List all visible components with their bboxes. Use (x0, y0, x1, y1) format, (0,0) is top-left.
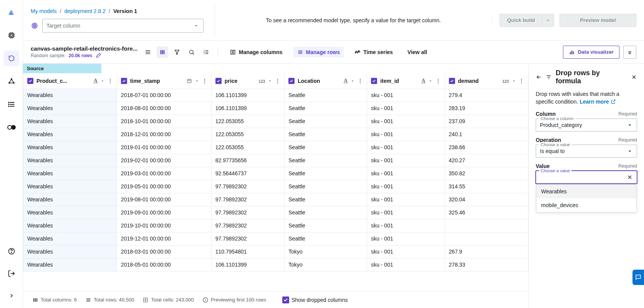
numbered-list-icon[interactable]: 123 (200, 46, 212, 58)
column-checkbox[interactable] (121, 78, 127, 84)
chat-icon[interactable] (632, 270, 644, 285)
column-select[interactable]: Choose a column Product_category (536, 119, 637, 132)
cell: 2018-10-01 00:00:00 (117, 115, 211, 128)
help-icon[interactable] (4, 244, 19, 259)
breadcrumb-models[interactable]: My models (31, 8, 57, 14)
cell: 122.053055 (211, 115, 284, 128)
back-icon[interactable] (536, 74, 542, 80)
svg-rect-36 (164, 50, 165, 54)
cell: sku - 001 (367, 219, 445, 232)
table-view-icon[interactable] (142, 46, 154, 58)
chevron-down-icon[interactable] (195, 79, 199, 83)
edit-icon[interactable] (95, 53, 101, 59)
svg-point-38 (190, 50, 193, 53)
breadcrumb: My models / deployment 2.8.2 / Version 1 (31, 8, 207, 14)
kebab-icon[interactable]: ⋮ (108, 78, 113, 84)
close-icon[interactable] (631, 74, 637, 80)
expand-icon[interactable] (4, 288, 19, 303)
chevron-down-icon[interactable] (101, 79, 104, 83)
logout-icon[interactable] (4, 266, 19, 281)
kebab-icon[interactable]: ⋮ (435, 78, 441, 84)
logo-icon[interactable] (4, 5, 19, 20)
column-checkbox[interactable] (288, 78, 295, 84)
drop-rows-panel: Drop rows by formula Drop rows with valu… (529, 64, 644, 308)
cell: 2019-03-01 00:00:00 (117, 167, 211, 180)
panel-description: Drop rows with values that match a speci… (536, 91, 637, 105)
column-header[interactable]: time_stamp⋮ (117, 73, 211, 89)
table-row: Wearables2018-12-01 00:00:00122.053055Se… (23, 128, 528, 141)
column-checkbox[interactable] (27, 78, 33, 84)
column-header[interactable]: item_idA⋮ (367, 73, 445, 89)
cell: 97.79892302 (211, 206, 284, 219)
panel-title: Drop rows by formula (556, 69, 627, 85)
clear-icon[interactable] (627, 174, 633, 180)
target-column-select[interactable]: Target column (42, 19, 204, 33)
cell: 97.79892302 (211, 180, 284, 193)
grid-view-icon[interactable] (157, 46, 168, 58)
manage-rows-button[interactable]: Manage rows (293, 47, 344, 58)
rows-link[interactable]: 20.0k rows (69, 53, 92, 58)
svg-rect-53 (573, 51, 574, 54)
column-checkbox[interactable] (215, 78, 222, 84)
svg-point-26 (11, 252, 12, 253)
more-icon[interactable] (623, 46, 636, 59)
cell: Seattle (285, 102, 367, 115)
kebab-icon[interactable]: ⋮ (275, 78, 280, 84)
learn-more-link[interactable]: Learn more (579, 99, 616, 105)
kebab-icon[interactable]: ⋮ (358, 78, 363, 84)
operation-select[interactable]: Choose a value Is equal to (536, 145, 637, 158)
column-header[interactable]: price123⋮ (211, 73, 284, 89)
svg-rect-52 (571, 51, 572, 54)
breadcrumb-deployment[interactable]: deployment 2.8.2 (65, 8, 106, 14)
cell: sku - 001 (367, 141, 445, 154)
cell: 106.1101399 (211, 102, 284, 115)
view-all-button[interactable]: View all (404, 47, 431, 58)
table-row: Wearables2018-05-01 00:00:00106.1101399T… (23, 258, 528, 271)
graph-icon[interactable] (4, 74, 19, 89)
cell: sku - 001 (367, 180, 445, 193)
toggle-icon[interactable] (4, 120, 19, 135)
cell: 110.7954801 (211, 245, 284, 258)
chevron-down-icon[interactable] (268, 79, 272, 83)
list-icon[interactable] (4, 97, 19, 112)
column-checkbox[interactable] (449, 78, 455, 84)
data-visualizer-button[interactable]: Data visualizer (563, 46, 619, 59)
search-icon[interactable] (186, 46, 197, 58)
cell: Seattle (285, 89, 367, 102)
cell: sku - 001 (367, 89, 445, 102)
table-row: Wearables2019-01-01 00:00:00122.053055Se… (23, 141, 528, 154)
cell: 2019-09-01 00:00:00 (117, 206, 211, 219)
manage-columns-button[interactable]: Manage columns (226, 47, 286, 58)
refresh-icon[interactable] (4, 51, 19, 66)
preview-model-button: Preview model (560, 14, 636, 27)
chevron-down-icon[interactable] (512, 79, 516, 83)
total-columns-stat: Total columns: 6 (32, 297, 77, 303)
kebab-icon[interactable]: ⋮ (202, 78, 207, 84)
cell: 82.97735656 (211, 154, 284, 167)
quick-build-caret (542, 14, 554, 27)
svg-rect-1 (10, 35, 12, 36)
value-select[interactable]: Choose a value Wearables mobile_devices (536, 171, 637, 184)
kebab-icon[interactable]: ⋮ (519, 78, 524, 84)
total-cells-stat: Total cells: 243,000 (142, 297, 194, 303)
cell: Wearables (23, 128, 117, 141)
column-checkbox[interactable] (371, 78, 377, 84)
chevron-down-icon[interactable] (429, 79, 432, 83)
cell: 283.19 (445, 102, 528, 115)
cell: Wearables (23, 154, 117, 167)
svg-rect-59 (35, 298, 36, 301)
table-row: Wearables2019-05-01 00:00:0097.79892302S… (23, 180, 528, 193)
time-series-button[interactable]: Time series (351, 47, 397, 58)
column-header[interactable]: demand123⋮ (445, 73, 528, 89)
chevron-down-icon[interactable] (351, 79, 354, 83)
column-header[interactable]: LocationA⋮ (285, 73, 367, 89)
chevron-down-icon (193, 23, 199, 29)
dropdown-option[interactable]: mobile_devices (536, 198, 636, 212)
data-table: Product_c...A⋮time_stamp⋮price123⋮Locati… (23, 73, 528, 272)
cell: 2018-12-01 00:00:00 (117, 128, 211, 141)
dropdown-option[interactable]: Wearables (536, 184, 636, 198)
filter-icon[interactable] (171, 46, 183, 58)
chip-icon[interactable] (4, 28, 19, 43)
column-header[interactable]: Product_c...A⋮ (23, 73, 117, 89)
show-dropped-toggle[interactable]: Show dropped columns (282, 296, 348, 303)
